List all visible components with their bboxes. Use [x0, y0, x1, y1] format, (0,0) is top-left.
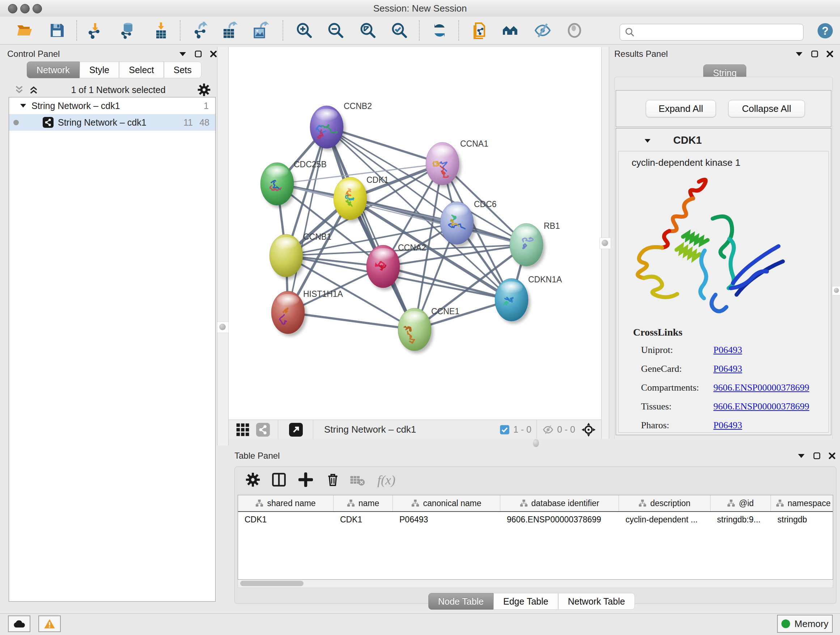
memory-status-button[interactable]: Memory [777, 615, 833, 633]
selected-checkbox-icon[interactable] [500, 424, 510, 435]
import-network-database-icon[interactable] [118, 22, 136, 39]
column-header-database-identifier[interactable]: database identifier [500, 495, 619, 511]
fit-selected-crosshair-icon[interactable] [581, 422, 596, 437]
column-header-canonical-name[interactable]: canonical name [393, 495, 500, 511]
table-row[interactable]: CDK1CDK1P064939606.ENSP00000378699cyclin… [238, 512, 833, 527]
search-input[interactable] [638, 25, 803, 39]
first-neighbors-houses-icon[interactable] [501, 22, 519, 39]
table-horizontal-scrollbar[interactable] [238, 580, 833, 588]
expand-all-tree-icon[interactable] [14, 85, 25, 95]
network-node-HIST1H1A[interactable]: HIST1H1A [271, 289, 343, 336]
function-builder-icon[interactable]: f(x) [377, 472, 395, 488]
network-results-splitter-grip[interactable] [600, 238, 611, 249]
network-node-CDC6[interactable]: CDC6 [440, 200, 497, 247]
crosslink-link[interactable]: 9606.ENSP00000378699 [714, 382, 809, 393]
network-node-CDK1[interactable]: CDK1 [333, 175, 388, 222]
tab-network[interactable]: Network [27, 62, 80, 78]
table-cell[interactable]: stringdb [771, 515, 833, 524]
collapse-all-button[interactable]: Collapse All [728, 100, 805, 117]
scrollbar-thumb[interactable] [240, 581, 303, 586]
hide-selected-eye-slash-icon[interactable] [534, 22, 551, 39]
network-edge-HIST1H1A-CCNE1[interactable] [288, 312, 415, 329]
warning-status-button[interactable] [38, 616, 61, 632]
import-network-file-icon[interactable] [86, 22, 103, 39]
network-canvas[interactable]: CCNB2CCNA1CDC25BCDK1CDC6RB1CCNB1CCNA2CDK… [229, 47, 601, 420]
zoom-fit-icon[interactable] [359, 22, 377, 39]
network-node-CCNA1[interactable]: CCNA1 [426, 139, 488, 187]
table-cell[interactable]: cyclin-dependent ... [619, 515, 711, 524]
tab-node-table[interactable]: Node Table [428, 593, 493, 610]
export-image-icon[interactable] [251, 22, 269, 39]
network-collection-row[interactable]: String Network – cdk1 1 [9, 97, 215, 114]
panel-float-icon[interactable] [811, 50, 818, 57]
network-overview-share-icon[interactable] [256, 423, 270, 437]
table-cell[interactable]: stringdb:9... [711, 515, 771, 524]
network-edge-CCNB2-CCNE1[interactable] [327, 127, 415, 329]
tab-sets[interactable]: Sets [164, 62, 202, 78]
crosslink-link[interactable]: P06493 [714, 345, 742, 355]
save-session-icon[interactable] [49, 22, 66, 39]
panel-menu-icon[interactable] [797, 453, 805, 458]
crosslink-link[interactable]: P06493 [714, 363, 742, 374]
panel-float-icon[interactable] [813, 452, 821, 459]
network-node-CCNE1[interactable]: CCNE1 [398, 307, 459, 353]
panel-float-icon[interactable] [195, 50, 202, 57]
column-header-namespace[interactable]: namespace [771, 495, 833, 511]
table-cell[interactable]: P06493 [393, 515, 500, 524]
export-network-icon[interactable] [192, 22, 210, 39]
import-table-file-icon[interactable] [152, 22, 169, 39]
clone-network-document-icon[interactable] [471, 22, 489, 39]
network-node-CDKN1A[interactable]: CDKN1A [495, 275, 562, 324]
panel-close-icon[interactable] [210, 50, 217, 57]
delete-table-icon[interactable] [350, 474, 365, 487]
table-splitter-grip[interactable] [533, 439, 539, 447]
birds-eye-grid-icon[interactable] [236, 423, 249, 437]
table-cell[interactable]: 9606.ENSP00000378699 [500, 515, 619, 524]
entry-expanded-arrow-icon[interactable] [644, 139, 651, 143]
column-header-name[interactable]: name [333, 495, 393, 511]
column-header-description[interactable]: description [619, 495, 711, 511]
show-columns-icon[interactable] [272, 472, 286, 487]
panel-menu-icon[interactable] [795, 51, 803, 57]
collapse-all-tree-icon[interactable] [28, 85, 39, 95]
network-node-CCNB2[interactable]: CCNB2 [310, 101, 372, 151]
results-scrollbar-grip[interactable] [832, 286, 840, 295]
left-splitter[interactable] [217, 47, 229, 445]
delete-column-trash-icon[interactable] [326, 472, 340, 487]
table-options-gear-icon[interactable] [246, 472, 260, 487]
tab-select[interactable]: Select [119, 62, 164, 78]
tab-style[interactable]: Style [80, 62, 119, 78]
network-graph[interactable]: CCNB2CCNA1CDC25BCDK1CDC6RB1CCNB1CCNA2CDK… [229, 47, 601, 420]
export-table-icon[interactable] [221, 22, 238, 39]
panel-close-icon[interactable] [829, 452, 836, 459]
column-header-shared-name[interactable]: shared name [238, 495, 333, 511]
open-in-new-window-icon[interactable] [289, 423, 303, 437]
show-all-eye-icon[interactable] [566, 22, 583, 39]
network-row-selected[interactable]: String Network – cdk1 11 48 [9, 114, 215, 131]
collection-expanded-arrow-icon[interactable] [20, 103, 27, 108]
cloud-status-button[interactable] [8, 616, 30, 632]
network-node-CDC25B[interactable]: CDC25B [261, 160, 327, 208]
panel-menu-icon[interactable] [179, 51, 187, 57]
help-icon[interactable]: ? [817, 22, 834, 39]
refresh-icon[interactable] [431, 22, 448, 39]
expand-all-button[interactable]: Expand All [646, 100, 716, 117]
open-session-icon[interactable] [16, 22, 33, 39]
network-edge-CCNB2-HIST1H1A[interactable] [288, 127, 327, 312]
zoom-in-icon[interactable] [295, 22, 313, 39]
network-list-options-gear-icon[interactable] [197, 83, 210, 96]
panel-close-icon[interactable] [826, 50, 834, 57]
tab-edge-table[interactable]: Edge Table [493, 593, 558, 610]
zoom-out-icon[interactable] [327, 22, 344, 39]
network-node-CCNB1[interactable]: CCNB1 [270, 232, 332, 279]
left-splitter-grip[interactable] [217, 321, 229, 333]
table-cell[interactable]: CDK1 [333, 515, 393, 524]
table-cell[interactable]: CDK1 [238, 515, 333, 524]
column-header-id[interactable]: @id [711, 495, 771, 511]
tab-network-table[interactable]: Network Table [558, 593, 635, 610]
zoom-selected-icon[interactable] [391, 22, 408, 39]
crosslink-link[interactable]: 9606.ENSP00000378699 [714, 401, 809, 412]
add-column-icon[interactable] [298, 472, 313, 487]
crosslink-link[interactable]: P06493 [714, 420, 742, 431]
network-node-RB1[interactable]: RB1 [510, 221, 560, 269]
